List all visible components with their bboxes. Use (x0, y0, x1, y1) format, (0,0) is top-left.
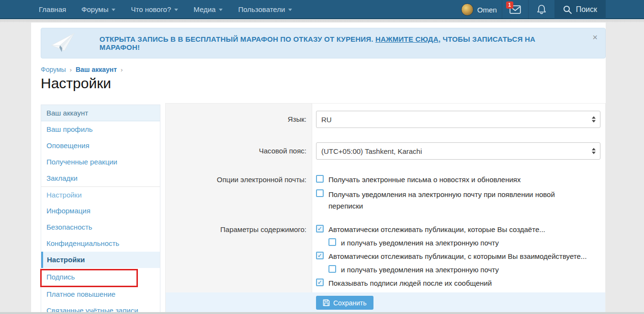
nav-item-label: Форумы (81, 5, 108, 13)
breadcrumb-your-account[interactable]: Ваш аккаунт (76, 66, 117, 73)
nav-item-label: Медиа (193, 5, 215, 13)
page-title: Настройки (41, 75, 111, 92)
sidebar-item-your-account[interactable]: Ваш аккаунт (41, 105, 160, 121)
checkbox-icon[interactable] (316, 175, 324, 183)
sidebar-item-security[interactable]: Безопасность (41, 219, 160, 235)
breadcrumb-separator: › (121, 66, 123, 73)
bell-icon (537, 4, 546, 15)
sidebar-item-privacy[interactable]: Конфиденциальность (41, 235, 160, 252)
checkbox-label: Автоматически отслеживать публикации, с … (328, 251, 587, 261)
account-sidebar: Ваш аккаунт Ваш профиль Оповещения Получ… (41, 105, 160, 314)
nav-user-area: Omen 1 Поиск (456, 0, 606, 19)
announcement-text-before: ОТКРЫТА ЗАПИСЬ В В БЕСПЛАТНЫЙ МАРАФОН ПО… (100, 35, 375, 43)
nav-item-members[interactable]: Пользователи (230, 0, 300, 18)
checkbox-watch-interacted-email[interactable]: и получать уведомления на электронную по… (328, 265, 499, 275)
email-options-label: Опции электронной почты: (166, 174, 306, 185)
language-select[interactable]: RU (316, 111, 600, 128)
checkbox-icon[interactable] (328, 238, 336, 246)
checkbox-email-conversations[interactable]: Получать уведомления на электронную почт… (316, 189, 584, 212)
search-icon (563, 5, 572, 14)
checkbox-icon[interactable]: ✓ (316, 225, 324, 233)
sidebar-item-information[interactable]: Информация (41, 203, 160, 219)
nav-item-whats-new[interactable]: Что нового? (123, 0, 186, 18)
search-label: Поиск (576, 5, 597, 14)
content-options-label: Параметры содержимого: (166, 224, 306, 234)
timezone-value: (UTC+05:00) Tashkent, Karachi (321, 147, 422, 155)
timezone-select[interactable]: (UTC+05:00) Tashkent, Karachi (316, 142, 600, 160)
nav-item-home[interactable]: Главная (31, 0, 74, 18)
checkbox-icon[interactable] (328, 265, 336, 273)
sidebar-item-your-profile[interactable]: Ваш профиль (41, 121, 160, 138)
announcement-banner: ОТКРЫТА ЗАПИСЬ В В БЕСПЛАТНЫЙ МАРАФОН ПО… (41, 28, 606, 58)
checkbox-label: Получать уведомления на электронную почт… (328, 189, 580, 212)
checkbox-email-news[interactable]: Получать электронные письма о новостях и… (316, 174, 520, 185)
chevron-down-icon (288, 9, 292, 11)
chevron-down-icon (174, 9, 178, 11)
checkbox-label: и получать уведомления на электронную по… (341, 265, 499, 275)
checkbox-icon[interactable]: ✓ (316, 252, 324, 259)
checkbox-label: Показывать подписи людей после их сообще… (328, 278, 492, 288)
nav-item-label: Что нового? (131, 5, 171, 13)
nav-item-label: Главная (39, 5, 66, 13)
top-navbar: Главная Форумы Что нового? Медиа Пользов… (0, 0, 644, 19)
save-floppy-icon (323, 299, 330, 306)
checkbox-icon[interactable] (316, 189, 324, 197)
save-button[interactable]: Сохранить (316, 296, 373, 310)
language-value: RU (321, 116, 332, 124)
paper-plane-icon (49, 32, 78, 55)
sidebar-item-alerts[interactable]: Оповещения (41, 138, 160, 154)
checkbox-icon[interactable]: ✓ (316, 279, 324, 286)
announcement-link[interactable]: НАЖМИТЕ СЮДА (375, 35, 439, 43)
save-button-label: Сохранить (333, 299, 367, 307)
checkbox-label: Автоматически отслеживать публикации, ко… (328, 224, 545, 234)
language-label: Язык: (166, 111, 306, 128)
nav-menu: Главная Форумы Что нового? Медиа Пользов… (31, 0, 300, 18)
form-label-column (166, 104, 312, 292)
checkbox-label: и получать уведомления на электронную по… (341, 238, 499, 248)
avatar[interactable] (461, 3, 474, 16)
checkbox-label: Получать электронные письма о новостях и… (328, 174, 520, 185)
checkbox-show-signatures[interactable]: ✓ Показывать подписи людей после их сооб… (316, 278, 492, 288)
close-icon[interactable]: × (592, 33, 598, 42)
username: Omen (477, 6, 497, 14)
search-button[interactable]: Поиск (554, 0, 606, 19)
sidebar-item-signature[interactable]: Подпись (41, 268, 160, 286)
chevron-down-icon (219, 9, 223, 11)
announcement-text: ОТКРЫТА ЗАПИСЬ В В БЕСПЛАТНЫЙ МАРАФОН ПО… (100, 35, 605, 51)
checkbox-watch-interacted[interactable]: ✓ Автоматически отслеживать публикации, … (316, 251, 587, 261)
nav-item-forums[interactable]: Форумы (74, 0, 123, 18)
chevron-down-icon (112, 9, 115, 11)
sidebar-item-preferences[interactable]: Настройки (41, 252, 160, 268)
sidebar-item-settings-group[interactable]: Настройки (41, 186, 160, 203)
checkbox-watch-created-email[interactable]: и получать уведомления на электронную по… (328, 238, 499, 248)
select-spinner-icon (592, 148, 596, 154)
page-content: ОТКРЫТА ЗАПИСЬ В В БЕСПЛАТНЫЙ МАРАФОН ПО… (31, 23, 606, 314)
checkbox-watch-created[interactable]: ✓ Автоматически отслеживать публикации, … (316, 224, 545, 234)
breadcrumb-separator: › (70, 66, 72, 73)
breadcrumb-forums[interactable]: Форумы (41, 66, 66, 73)
alerts-button[interactable] (533, 0, 550, 19)
sidebar-item-bookmarks[interactable]: Закладки (41, 170, 160, 186)
user-menu[interactable]: Omen (456, 0, 502, 19)
preferences-form: Язык: RU Часовой пояс: (UTC+05:00) Tashk… (165, 103, 606, 313)
form-footer: Сохранить (166, 292, 605, 313)
breadcrumb: Форумы › Ваш аккаунт › (41, 66, 126, 73)
timezone-label: Часовой пояс: (166, 142, 306, 160)
inbox-button[interactable]: 1 (507, 0, 523, 19)
nav-item-label: Пользователи (238, 5, 285, 13)
unread-count-badge: 1 (506, 1, 513, 9)
nav-item-media[interactable]: Медиа (186, 0, 230, 18)
select-spinner-icon (592, 116, 596, 123)
alerts-block (528, 0, 554, 19)
sidebar-item-account-upgrades[interactable]: Платное повышение (41, 286, 160, 302)
inbox-block: 1 (502, 0, 528, 19)
bottom-edge-strip (0, 312, 644, 314)
sidebar-item-reactions-received[interactable]: Полученные реакции (41, 154, 160, 170)
